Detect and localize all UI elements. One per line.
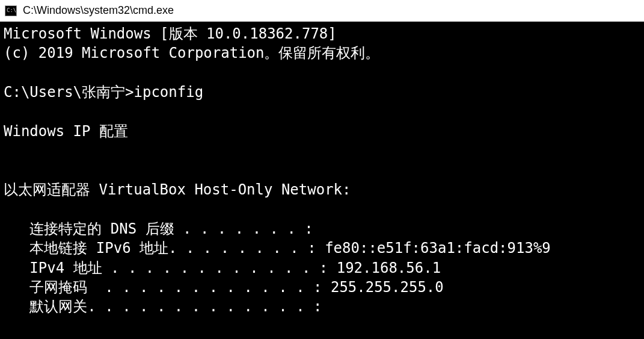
ipv6-line: 本地链接 IPv6 地址. . . . . . . . : fe80::e51f… <box>4 240 551 257</box>
ipconfig-header: Windows IP 配置 <box>4 123 128 140</box>
gateway-line: 默认网关. . . . . . . . . . . . . : <box>4 298 322 315</box>
version-line: Microsoft Windows [版本 10.0.18362.778] <box>4 25 337 42</box>
terminal-output[interactable]: Microsoft Windows [版本 10.0.18362.778] (c… <box>0 22 644 339</box>
titlebar[interactable]: C:\Windows\system32\cmd.exe <box>0 0 644 22</box>
window-title: C:\Windows\system32\cmd.exe <box>23 4 174 17</box>
dns-suffix-line: 连接特定的 DNS 后缀 . . . . . . . : <box>4 220 313 237</box>
prompt-line: C:\Users\张南宁>ipconfig <box>4 84 203 101</box>
cmd-icon <box>5 5 17 16</box>
subnet-line: 子网掩码 . . . . . . . . . . . . : 255.255.2… <box>4 279 444 296</box>
adapter-header: 以太网适配器 VirtualBox Host-Only Network: <box>4 181 351 198</box>
cmd-window: C:\Windows\system32\cmd.exe Microsoft Wi… <box>0 0 644 339</box>
copyright-line: (c) 2019 Microsoft Corporation。保留所有权利。 <box>4 45 379 61</box>
ipv4-line: IPv4 地址 . . . . . . . . . . . . : 192.16… <box>4 260 441 276</box>
